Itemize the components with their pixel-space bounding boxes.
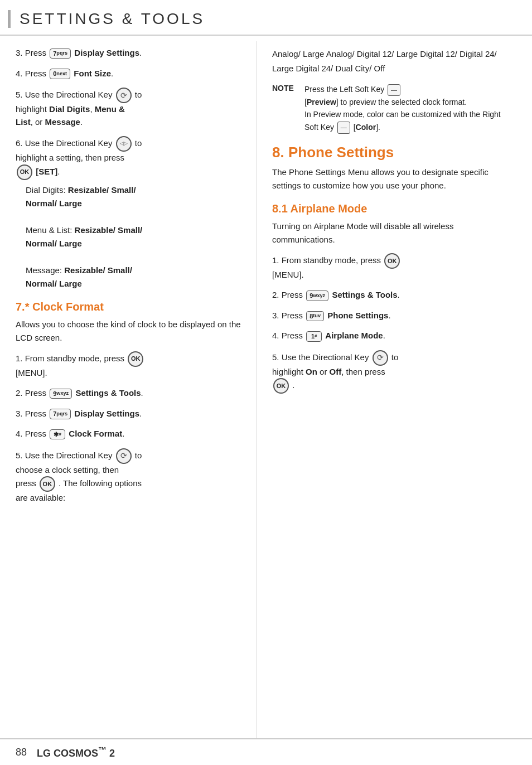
ok-button-s7-1: OK [128,351,143,367]
note-preview: Preview [307,98,336,106]
page-container: SETTINGS & TOOLS 3. Press 7 pqrs Display… [0,0,532,765]
step-6-period: . [57,166,60,176]
s81-step5-or: or [317,367,330,376]
note-block: NOTE Press the Left Soft Key [Preview] t… [272,83,516,134]
s81-step2-period: . [398,290,400,299]
directional-key-5 [116,88,132,103]
section7-step-3: 3. Press 7pqrs Display Settings. [16,408,246,420]
step-6-suboptions: Dial Digits: Resizable/ Small/Normal/ La… [26,183,246,290]
main-content: 3. Press 7 pqrs Display Settings. 4. Pre… [0,41,532,738]
ok-button-6: OK [17,164,32,180]
section-8-1-desc: Turning on Airplane Mode will disable al… [272,220,516,246]
s81-step2-number: 2. Press [272,290,305,299]
footer-brand: LG COSMOS™ 2 [31,745,115,759]
note-color: Color [356,123,376,132]
menu-list-label: Menu & List: [26,225,75,235]
s81-step3-number: 3. Press [272,311,305,320]
right-column: Analog/ Large Analog/ Digital 12/ Large … [257,41,532,738]
key-star-s7: ✱# [50,429,65,439]
step-5-bold1: Dial Digits [49,104,90,114]
s81-step5-off: Off [330,367,342,376]
step-3-period: . [139,48,142,57]
key-9wxyz-s81: 9wxyz [306,290,328,301]
key-7pqrs: 7 pqrs [50,49,71,59]
ok-button-s81-5: OK [273,378,289,394]
s81-step4-period: . [383,331,385,340]
step-5-bold3: Message [45,117,80,127]
key-1-s81: 1# [306,331,322,341]
s81-step5-number: 5. Use the Directional Key [272,352,371,362]
s7-step2-period: . [141,388,143,398]
s7-step4-label: Clock Format [69,429,122,438]
s81-step5-comma: , then press [341,367,385,376]
step-4-number: 4. Press [16,69,49,78]
left-column: 3. Press 7 pqrs Display Settings. 4. Pre… [0,41,257,738]
page-header: SETTINGS & TOOLS [0,0,532,36]
step-6: 6. Use the Directional Key tohighlight a… [16,136,246,290]
header-bar [8,10,11,28]
section-7-desc: Allows you to choose the kind of clock t… [16,318,246,345]
note-content: Press the Left Soft Key [Preview] to pre… [304,83,516,134]
s7-step4-number: 4. Press [16,429,49,438]
key-0next: 0next [50,69,70,79]
step-6-set: [SET] [36,166,57,176]
analog-options-text: Analog/ Large Analog/ Digital 12/ Large … [272,47,516,75]
s7-step1-bracket: [MENU]. [16,368,47,377]
right-soft-key-note [337,122,350,134]
s7-step4-period: . [122,429,124,438]
directional-key-s81-5 [373,350,388,366]
key-9wxyz-s7: 9wxyz [50,389,72,399]
key-7pqrs-s7: 7pqrs [50,409,71,419]
footer-page-number: 88 [16,747,27,758]
s7-step3-number: 3. Press [16,409,49,418]
s81-step-1: 1. From standby mode, press OK [MENU]. [272,253,516,282]
step-5-number: 5. Use the Directional Key [16,90,115,99]
key-8tuv-s81: 8tuv [306,311,324,321]
s7-step2-label: Settings & Tools [75,388,141,398]
s7-step2-number: 2. Press [16,388,49,398]
s81-step4-label: Airplane Mode [325,331,383,340]
step-3-label: Display Settings [74,48,139,57]
step-5-comma1: , [90,104,94,114]
section-8-1-heading: 8.1 Airplane Mode [272,202,516,215]
step-4: 4. Press 0next Font Size. [16,67,246,80]
page-footer: 88 LG COSMOS™ 2 [0,738,532,765]
s7-step3-period: . [139,409,142,418]
s81-step-4: 4. Press 1# Airplane Mode. [272,330,516,342]
s81-step3-label: Phone Settings [327,311,388,320]
step-4-period: . [111,69,113,78]
page-title: SETTINGS & TOOLS [20,10,205,28]
step-3: 3. Press 7 pqrs Display Settings. [16,47,246,60]
ok-button-s7-5: OK [40,476,55,492]
section7-step-1: 1. From standby mode, press OK [MENU]. [16,351,246,380]
dial-digits-label: Dial Digits: [26,185,68,195]
note-label: NOTE [272,83,299,134]
footer-model: 2 [109,748,115,759]
left-soft-key-note [388,84,400,96]
directional-key-s7-5 [116,448,132,464]
section7-step-4: 4. Press ✱# Clock Format. [16,428,246,440]
analog-options: Analog/ Large Analog/ Digital 12/ Large … [272,47,516,75]
step-6-number: 6. Use the Directional Key [16,138,115,148]
directional-key-lr-6 [116,136,132,152]
s81-step1-bracket: [MENU]. [272,270,304,279]
step-3-number: 3. Press [16,48,49,57]
section7-step-5: 5. Use the Directional Key tochoose a cl… [16,448,246,505]
s81-step3-period: . [388,311,390,320]
section7-step-2: 2. Press 9wxyz Settings & Tools. [16,387,246,400]
section-8-desc: The Phone Settings Menu allows you to de… [272,166,516,192]
step-5-comma2: , or [31,117,45,127]
ok-button-s81-1: OK [384,253,400,269]
s81-step5-on: On [306,367,317,376]
s81-step4-number: 4. Press [272,331,305,340]
s7-step1-text: 1. From standby mode, press [16,353,127,362]
step-4-label: Font Size [74,69,111,78]
footer-tm: ™ [98,745,107,754]
s81-step-3: 3. Press 8tuv Phone Settings. [272,309,516,322]
message-label: Message: [26,265,64,275]
s81-step1-text: 1. From standby mode, press [272,255,383,265]
s81-step-5: 5. Use the Directional Key tohighlight O… [272,350,516,394]
s81-step2-label: Settings & Tools [332,290,397,299]
s81-step5-period: . [292,380,294,390]
step-5: 5. Use the Directional Key tohighlight D… [16,88,246,128]
